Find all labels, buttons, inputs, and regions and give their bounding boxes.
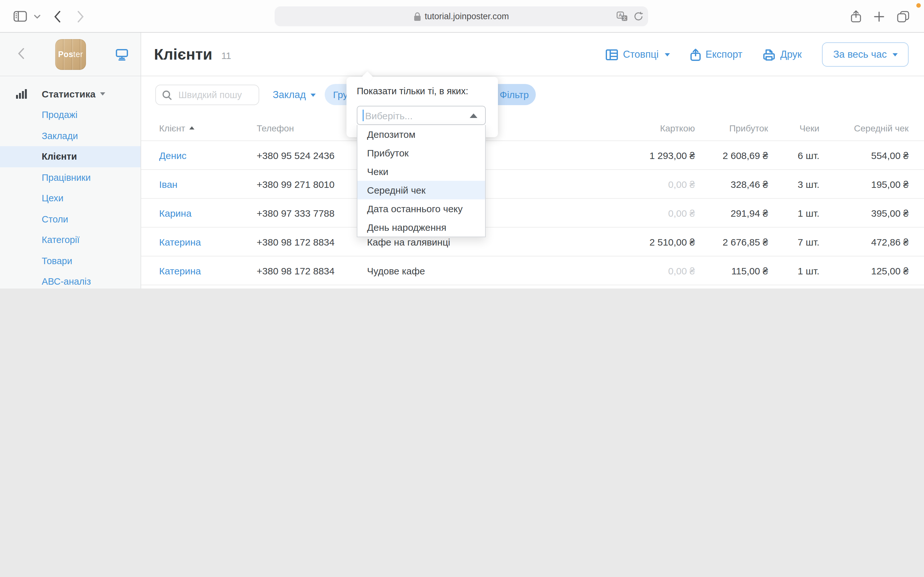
popover-label: Показати тільки ті, в яких:	[357, 86, 468, 96]
sidebar-nav: Статистика ПродажіЗакладиКлієнтиПрацівни…	[0, 76, 141, 288]
export-button[interactable]: Експорт	[690, 48, 742, 61]
chevron-down-icon[interactable]	[32, 0, 42, 33]
sidebar-toggle-icon[interactable]	[10, 0, 29, 33]
filter-option[interactable]: Прибуток	[357, 143, 485, 162]
select-placeholder: Виберіть...	[365, 110, 413, 121]
sidebar-item-продажі[interactable]: Продажі	[0, 105, 141, 125]
chevron-up-icon	[470, 113, 477, 118]
poster-logo[interactable]: Poster	[55, 39, 86, 70]
client-phone: +380 99 271 8010	[257, 179, 367, 189]
sidebar-item-заклади[interactable]: Заклади	[0, 125, 141, 146]
table-row[interactable]: Олег +380 97 665 7534 Кафе на галявинці …	[141, 285, 924, 288]
sidebar-item-товари[interactable]: Товари	[0, 250, 141, 271]
table-row[interactable]: Катерина +380 98 172 8834 Кафе на галяви…	[141, 227, 924, 256]
page-title: Клієнти	[154, 45, 212, 63]
filter-select-input[interactable]: Виберіть...	[357, 106, 486, 125]
main-content: Клієнти 11 Стовпці Експорт	[141, 33, 924, 288]
pos-terminal-icon[interactable]	[115, 49, 128, 61]
sidebar-item-авс-аналіз[interactable]: АВС-аналіз	[0, 271, 141, 288]
table-row[interactable]: Денис +380 95 524 2436 Кафе на галявинці…	[141, 141, 924, 170]
period-label: За весь час	[833, 49, 887, 60]
column-header-avg-check[interactable]: Середній чек	[819, 123, 909, 133]
search-input[interactable]	[177, 89, 248, 101]
sidebar: Poster Статистика ПродажіЗакладиКлієнтиП…	[0, 33, 141, 288]
sidebar-item-цехи[interactable]: Цехи	[0, 188, 141, 209]
chevron-down-icon	[100, 92, 105, 95]
bar-chart-icon	[14, 89, 28, 99]
chevron-down-icon	[310, 93, 315, 97]
venue-filter[interactable]: Заклад	[273, 85, 315, 105]
filters-toolbar: Заклад Група: Постійні гості, Парт... ✕ …	[141, 76, 924, 115]
client-venue: Кафе на галявинці	[367, 236, 483, 247]
poster-logo-text: Poster	[58, 50, 83, 59]
sidebar-header: Poster	[0, 33, 141, 76]
sidebar-item-столи[interactable]: Столи	[0, 209, 141, 229]
client-venue: Чудове кафе	[367, 265, 483, 276]
search-icon	[162, 90, 172, 100]
sidebar-item-клієнти[interactable]: Клієнти	[0, 146, 141, 167]
url-text: tutorial.joinposter.com	[425, 11, 509, 21]
sidebar-section-statistics[interactable]: Статистика	[0, 83, 141, 105]
table-row[interactable]: Карина +380 97 333 7788 Кафе на галявинц…	[141, 199, 924, 227]
search-box	[155, 85, 259, 105]
recording-dot	[916, 3, 921, 8]
sidebar-section-label: Статистика	[42, 89, 95, 99]
columns-button[interactable]: Стовпці	[606, 49, 670, 60]
svg-text:A: A	[619, 12, 622, 18]
records-count: 11	[221, 50, 231, 61]
client-phone: +380 95 524 2436	[257, 150, 367, 161]
share-icon[interactable]	[848, 0, 864, 33]
client-phone: +380 98 172 8834	[257, 265, 367, 276]
client-name-link[interactable]: Карина	[159, 207, 257, 218]
app-window: tutorial.joinposter.com A文	[0, 0, 924, 288]
filter-option[interactable]: Середній чек	[357, 181, 485, 199]
lock-icon	[414, 12, 421, 21]
filter-option[interactable]: Чеки	[357, 162, 485, 181]
column-header-card[interactable]: Карткою	[624, 123, 695, 133]
collapse-sidebar-icon[interactable]	[18, 48, 24, 59]
column-header-profit[interactable]: Прибуток	[695, 123, 768, 133]
reload-icon[interactable]	[634, 11, 643, 21]
statistics-items: ПродажіЗакладиКлієнтиПрацівникиЦехиСтоли…	[0, 105, 141, 288]
print-button[interactable]: Друк	[763, 48, 802, 61]
table-header-row: Клієнт Телефон Заклад Карткою Прибуток Ч…	[141, 115, 924, 141]
sidebar-item-категорії[interactable]: Категорії	[0, 229, 141, 250]
chevron-down-icon	[664, 53, 670, 56]
table-row[interactable]: Іван +380 99 271 8010 Кафе на галявинці …	[141, 170, 924, 199]
filter-option[interactable]: Дата останнього чеку	[357, 199, 485, 218]
printer-icon	[763, 48, 775, 61]
client-phone: +380 98 172 8834	[257, 236, 367, 247]
filter-option[interactable]: День народження	[357, 218, 485, 237]
export-icon	[690, 48, 700, 61]
new-tab-icon[interactable]	[871, 0, 887, 33]
client-name-link[interactable]: Денис	[159, 150, 257, 161]
print-label: Друк	[780, 49, 802, 60]
sidebar-item-працівники[interactable]: Працівники	[0, 167, 141, 188]
export-label: Експорт	[706, 49, 742, 60]
browser-toolbar: tutorial.joinposter.com A文	[0, 0, 924, 33]
translate-icon[interactable]: A文	[617, 11, 628, 21]
client-name-link[interactable]: Іван	[159, 179, 257, 189]
back-icon[interactable]	[50, 0, 64, 33]
client-name-link[interactable]: Катерина	[159, 265, 257, 276]
columns-label: Стовпці	[623, 49, 659, 60]
table-body: Денис +380 95 524 2436 Кафе на галявинці…	[141, 141, 924, 288]
period-selector-button[interactable]: За весь час	[822, 42, 909, 67]
clients-table: Клієнт Телефон Заклад Карткою Прибуток Ч…	[141, 115, 924, 288]
forward-icon[interactable]	[73, 0, 87, 33]
filter-option[interactable]: Депозитом	[357, 125, 485, 143]
page-header: Клієнти 11 Стовпці Експорт	[141, 33, 924, 76]
svg-text:文: 文	[622, 16, 627, 21]
table-row[interactable]: Катерина +380 98 172 8834 Чудове кафе 0,…	[141, 256, 924, 285]
client-name-link[interactable]: Катерина	[159, 236, 257, 247]
tabs-overview-icon[interactable]	[895, 0, 911, 33]
column-header-receipts[interactable]: Чеки	[768, 123, 819, 133]
sort-ascending-icon	[189, 126, 194, 129]
address-bar[interactable]: tutorial.joinposter.com A文	[275, 6, 648, 26]
column-header-client[interactable]: Клієнт	[159, 123, 257, 133]
text-cursor	[363, 110, 364, 121]
filter-options-list: ДепозитомПрибутокЧекиСередній чекДата ос…	[357, 125, 486, 237]
venue-filter-label: Заклад	[273, 89, 306, 101]
client-phone: +380 97 333 7788	[257, 207, 367, 218]
columns-icon	[606, 49, 618, 60]
